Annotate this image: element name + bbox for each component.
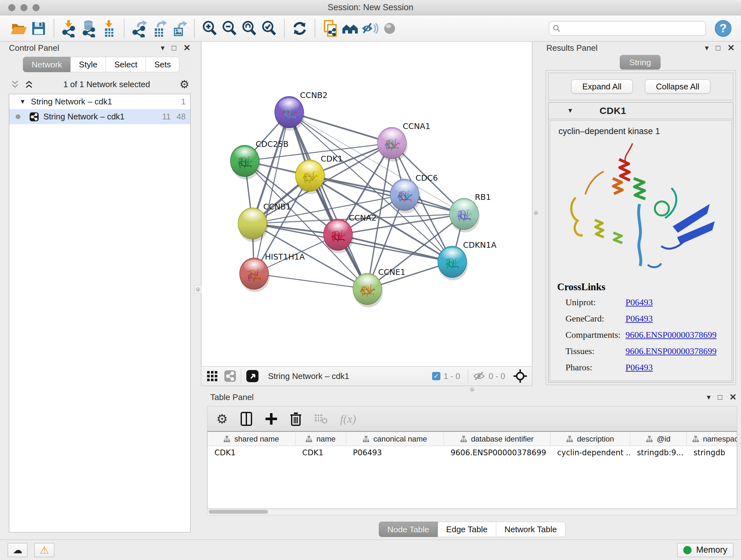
table-horizontal-scrollbar[interactable] <box>207 509 737 515</box>
float-panel-icon[interactable]: □ <box>718 393 723 401</box>
show-all-button[interactable] <box>380 18 400 38</box>
network-node-CDC25B[interactable]: CDC25B <box>230 139 288 179</box>
column-header[interactable]: name <box>295 432 346 446</box>
collapse-panel-icon[interactable]: ▾ <box>707 393 711 401</box>
network-canvas[interactable]: CCNB2CCNA1CDC25BCDK1CDC6RB1CCNB1CCNA2CDK… <box>201 42 532 366</box>
table-row[interactable]: CDK1CDK1P064939606.ENSP00000378699cyclin… <box>207 446 737 460</box>
tree-expanded-icon[interactable]: ▼ <box>19 98 26 105</box>
network-edge[interactable] <box>338 235 452 262</box>
import-network-database-button[interactable] <box>79 18 99 38</box>
expand-all-button[interactable]: Expand All <box>571 79 633 94</box>
birds-eye-crosshair-icon[interactable] <box>513 369 528 383</box>
close-panel-icon[interactable]: ✕ <box>729 392 737 402</box>
table-cell[interactable]: P06493 <box>346 446 444 460</box>
detach-view-icon[interactable] <box>246 369 259 383</box>
scrollbar-thumb[interactable] <box>209 510 268 514</box>
import-network-file-button[interactable] <box>59 18 79 38</box>
protein-section-header[interactable]: ▼ CDK1 <box>549 103 733 119</box>
delete-column-icon[interactable] <box>290 412 302 426</box>
zoom-selected-button[interactable] <box>259 18 279 38</box>
table-cell[interactable]: cyclin-dependent ... <box>550 446 630 460</box>
network-node-CCNB2[interactable]: CCNB2 <box>275 91 328 131</box>
tab-network[interactable]: Network <box>23 57 71 72</box>
expand-all-icon[interactable] <box>24 79 34 89</box>
export-network-button[interactable] <box>130 18 149 38</box>
network-node-RB1[interactable]: RB1 <box>450 192 491 233</box>
network-node-CDC6[interactable]: CDC6 <box>390 173 438 213</box>
export-table-icon <box>150 19 168 37</box>
column-header[interactable]: canonical name <box>346 432 444 446</box>
network-node-CDK1[interactable]: CDK1 <box>295 154 343 194</box>
tab-string[interactable]: String <box>620 55 661 70</box>
zoom-fit-button[interactable] <box>239 18 259 38</box>
network-options-gear-icon[interactable]: ⚙ <box>180 78 189 91</box>
tab-select[interactable]: Select <box>106 57 146 72</box>
collapse-all-icon[interactable] <box>10 79 20 89</box>
new-network-from-selection-button[interactable] <box>320 18 340 38</box>
add-column-icon[interactable] <box>265 413 278 425</box>
column-header[interactable]: namespac <box>686 432 737 446</box>
crosslink-link[interactable]: P06493 <box>625 297 653 307</box>
network-edge[interactable] <box>254 273 367 289</box>
column-header[interactable]: shared name <box>207 432 295 446</box>
zoom-in-button[interactable] <box>200 18 219 38</box>
refresh-button[interactable] <box>290 18 310 38</box>
network-row[interactable]: String Network – cdk1 11 48 <box>9 109 190 124</box>
open-session-button[interactable] <box>9 18 29 38</box>
table-cell[interactable]: CDK1 <box>295 446 346 460</box>
network-view-icon[interactable] <box>224 370 237 382</box>
network-node-CCNA1[interactable]: CCNA1 <box>378 122 430 162</box>
collapse-panel-icon[interactable]: ▾ <box>161 44 165 52</box>
selected-checkbox[interactable]: ✓ <box>432 372 441 380</box>
tab-sets[interactable]: Sets <box>146 57 179 72</box>
splitter-handle[interactable] <box>194 285 201 294</box>
collapse-panel-icon[interactable]: ▾ <box>705 44 709 52</box>
export-table-button[interactable] <box>149 18 169 38</box>
crosslink-link[interactable]: P06493 <box>625 314 653 324</box>
memory-button[interactable]: Memory <box>677 543 733 557</box>
grid-view-icon[interactable] <box>206 370 219 382</box>
close-panel-icon[interactable]: ✕ <box>727 43 735 53</box>
crosslink-link[interactable]: P06493 <box>625 362 653 373</box>
crosslink-link[interactable]: 9606.ENSP00000378699 <box>625 346 717 356</box>
search-input[interactable] <box>563 23 702 33</box>
save-session-button[interactable] <box>29 18 49 38</box>
help-button[interactable]: ? <box>714 19 732 37</box>
splitter-handle[interactable] <box>468 387 476 391</box>
toolbar-separator <box>54 19 54 37</box>
network-node-CDKN1A[interactable]: CDKN1A <box>438 240 496 280</box>
section-expanded-icon[interactable]: ▼ <box>567 107 574 114</box>
table-cell[interactable]: 9606.ENSP00000378699 <box>444 446 550 460</box>
tab-network-table[interactable]: Network Table <box>496 522 565 537</box>
column-type-icon <box>692 435 699 442</box>
tab-style[interactable]: Style <box>71 57 106 72</box>
splitter-handle[interactable] <box>532 208 539 217</box>
hide-selection-button[interactable] <box>360 18 380 38</box>
crosslink-link[interactable]: 9606.ENSP00000378699 <box>625 330 717 340</box>
column-header[interactable]: @id <box>630 432 686 446</box>
table-cell[interactable]: stringdb <box>686 446 737 460</box>
float-panel-icon[interactable]: □ <box>172 44 177 52</box>
column-header[interactable]: database identifier <box>444 432 550 446</box>
collapse-all-button[interactable]: Collapse All <box>645 79 711 94</box>
import-table-button[interactable] <box>99 18 119 38</box>
network-edge[interactable] <box>289 112 367 289</box>
column-header[interactable]: description <box>550 432 630 446</box>
cloud-status-button[interactable]: ☁ <box>8 543 27 557</box>
float-panel-icon[interactable]: □ <box>716 44 721 52</box>
table-cell[interactable]: CDK1 <box>207 446 295 460</box>
network-collection-row[interactable]: ▼ String Network – cdk1 1 <box>9 94 190 109</box>
table-options-gear-icon[interactable]: ⚙ <box>216 412 228 426</box>
network-edge[interactable] <box>254 112 289 273</box>
tab-node-table[interactable]: Node Table <box>379 522 438 537</box>
show-columns-icon[interactable] <box>240 412 253 426</box>
zoom-out-button[interactable] <box>219 18 239 38</box>
close-panel-icon[interactable]: ✕ <box>183 43 191 53</box>
first-neighbors-button[interactable] <box>340 18 360 38</box>
table-cell[interactable]: stringdb:9... <box>630 446 686 460</box>
export-image-button[interactable] <box>169 18 189 38</box>
warnings-button[interactable]: ⚠ <box>35 543 54 557</box>
tab-edge-table[interactable]: Edge Table <box>438 522 496 537</box>
memory-status-dot <box>683 546 691 554</box>
network-node-HIST1H1A[interactable]: HIST1H1A <box>240 252 305 292</box>
